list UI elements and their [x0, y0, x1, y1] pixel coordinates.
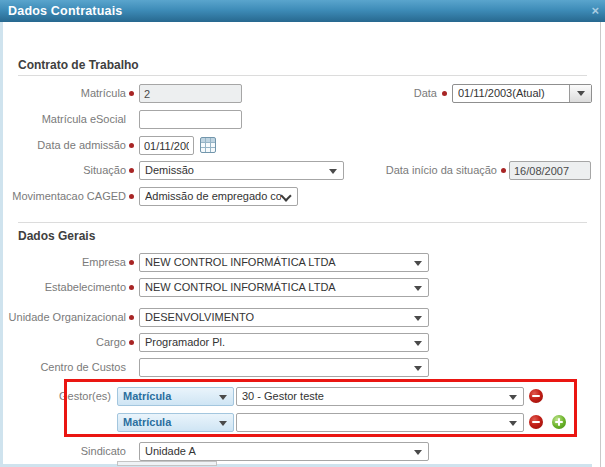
- required-dot: [129, 315, 134, 320]
- cargo-label: Cargo: [0, 333, 126, 352]
- gestores-label: Gestor(es): [0, 387, 111, 406]
- matricula-label: Matrícula: [0, 84, 126, 103]
- centro-custos-select[interactable]: [139, 358, 429, 377]
- unidade-organizacional-select-value: DESENVOLVIMENTO: [145, 309, 410, 326]
- cargo-select[interactable]: Programador Pl.: [139, 333, 429, 352]
- gestor-value-select-1[interactable]: 30 - Gestor teste: [236, 387, 524, 406]
- empresa-select[interactable]: NEW CONTROL INFORMÁTICA LTDA: [139, 253, 429, 272]
- calendar-icon[interactable]: [200, 137, 216, 153]
- dialog-titlebar: Dados Contratuais ×: [0, 0, 605, 22]
- dropdown-arrow-icon: [414, 450, 422, 455]
- gestor-type-select-2-value: Matrícula: [123, 414, 215, 431]
- required-dot: [129, 91, 134, 96]
- combo-arrow-button[interactable]: [569, 85, 591, 102]
- estabelecimento-label: Estabelecimento: [0, 278, 126, 297]
- gestor-type-select-2[interactable]: Matrícula: [117, 413, 234, 432]
- dropdown-arrow-icon: [509, 395, 517, 400]
- data-inicio-situacao-input[interactable]: [509, 161, 591, 180]
- dropdown-arrow-icon: [414, 341, 422, 346]
- sindicato-label: Sindicato: [0, 442, 126, 461]
- section-title-contrato: Contrato de Trabalho: [18, 58, 139, 72]
- sindicato-select-value: Unidade A: [145, 443, 410, 460]
- data-admissao-input[interactable]: [139, 136, 194, 155]
- dropdown-arrow-icon: [414, 261, 422, 266]
- minus-icon: [532, 421, 540, 423]
- situacao-select[interactable]: Demissão: [139, 161, 344, 180]
- dropdown-arrow-icon: [414, 366, 422, 371]
- empresa-select-value: NEW CONTROL INFORMÁTICA LTDA: [145, 254, 410, 271]
- situacao-label: Situação: [0, 161, 126, 180]
- remove-gestor-button-1[interactable]: [529, 389, 543, 403]
- clipped-next-field: [117, 461, 217, 466]
- gestor-type-select-1[interactable]: Matrícula: [117, 387, 234, 406]
- dropdown-arrow-icon: [219, 421, 227, 426]
- section-title-dados-gerais: Dados Gerais: [18, 229, 95, 243]
- required-dot: [129, 285, 134, 290]
- gestor-value-select-2[interactable]: [236, 413, 524, 432]
- cargo-select-value: Programador Pl.: [145, 334, 410, 351]
- centro-custos-label: Centro de Custos: [0, 358, 126, 377]
- section-divider: [18, 222, 587, 223]
- estabelecimento-select[interactable]: NEW CONTROL INFORMÁTICA LTDA: [139, 278, 429, 297]
- movimentacao-caged-select[interactable]: Admissão de empregado com emprego anteri: [139, 187, 298, 206]
- situacao-select-value: Demissão: [145, 162, 325, 179]
- chevron-down-icon: [280, 190, 291, 201]
- empresa-label: Empresa: [0, 253, 126, 272]
- unidade-organizacional-label: Unidade Organizacional: [0, 308, 126, 327]
- add-gestor-button[interactable]: [552, 415, 566, 429]
- panel-border-right: [600, 22, 601, 467]
- estabelecimento-select-value: NEW CONTROL INFORMÁTICA LTDA: [145, 279, 410, 296]
- dados-contratuais-dialog: Dados Contratuais × Contrato de Trabalho…: [0, 0, 605, 467]
- data-inicio-situacao-label: Data início da situação: [330, 161, 497, 180]
- matricula-input[interactable]: [139, 84, 242, 103]
- remove-gestor-button-2[interactable]: [529, 415, 543, 429]
- required-dot: [129, 260, 134, 265]
- required-dot: [129, 340, 134, 345]
- movimentacao-caged-label: Movimentacao CAGED: [0, 187, 126, 206]
- matricula-esocial-label: Matrícula eSocial: [0, 110, 126, 129]
- minus-icon: [532, 395, 540, 397]
- required-dot: [129, 143, 134, 148]
- movimentacao-caged-select-value: Admissão de empregado com emprego anteri: [145, 188, 281, 205]
- dropdown-arrow-icon: [509, 421, 517, 426]
- unidade-organizacional-select[interactable]: DESENVOLVIMENTO: [139, 308, 429, 327]
- required-dot: [501, 168, 506, 173]
- dropdown-arrow-icon: [219, 395, 227, 400]
- required-dot: [442, 91, 447, 96]
- dropdown-arrow-icon: [414, 286, 422, 291]
- gestor-value-select-1-value: 30 - Gestor teste: [242, 388, 505, 405]
- required-dot: [129, 168, 134, 173]
- dialog-title: Dados Contratuais: [8, 0, 123, 22]
- section-divider: [18, 75, 587, 76]
- close-icon[interactable]: ×: [591, 1, 599, 21]
- matricula-esocial-input[interactable]: [139, 110, 242, 129]
- sindicato-select[interactable]: Unidade A: [139, 442, 429, 461]
- dropdown-arrow-icon: [577, 91, 585, 96]
- gestor-type-select-1-value: Matrícula: [123, 388, 215, 405]
- required-dot: [129, 194, 134, 199]
- data-combobox[interactable]: 01/11/2003(Atual): [452, 84, 592, 103]
- data-combobox-value: 01/11/2003(Atual): [458, 85, 567, 102]
- data-label: Data: [350, 84, 437, 103]
- dropdown-arrow-icon: [414, 316, 422, 321]
- data-admissao-label: Data de admissão: [0, 136, 126, 155]
